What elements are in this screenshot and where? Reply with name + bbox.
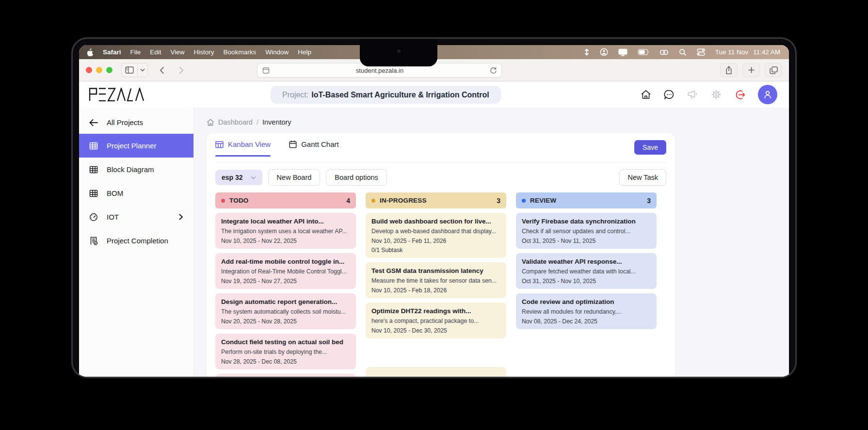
gauge-icon [89,213,98,222]
app-header: PEZALA Project: IoT-Based Smart Agric [79,81,789,108]
reload-icon[interactable] [490,67,497,74]
display-icon[interactable] [618,48,627,56]
column-header: REVIEW 3 [516,192,657,208]
zoom-window-button[interactable] [106,67,113,73]
link-icon[interactable] [659,49,669,56]
kanban-board: TODO 4 Integrate local weather API into.… [215,192,666,377]
new-tab-button[interactable] [742,63,760,77]
chat-icon[interactable] [664,90,675,100]
partial-task-card[interactable] [366,367,506,377]
home-icon[interactable] [641,90,651,99]
logout-icon[interactable] [734,90,745,100]
sidebar-item-label: BOM [107,189,123,197]
chevron-right-icon [179,214,183,220]
back-arrow-icon [89,119,98,126]
sidebar-item-iot[interactable]: IOT [79,205,193,229]
control-center-icon[interactable] [697,48,705,56]
menubar-app-name[interactable]: Safari [103,48,121,56]
column-header: IN-PROGRESS 3 [366,192,506,208]
sidebar-toggle-button[interactable] [121,63,137,77]
tab-overview-button[interactable] [765,63,782,77]
task-card[interactable]: Design automatic report generation... Th… [215,293,356,329]
avatar[interactable] [758,85,777,104]
new-board-button[interactable]: New Board [268,169,321,186]
menu-history[interactable]: History [194,48,214,56]
project-name: IoT-Based Smart Agriculture & Irrigation… [311,91,489,99]
status-dot [221,199,225,203]
settings-gear-icon[interactable] [711,89,722,100]
tab-label: Gantt Chart [301,140,339,148]
breadcrumb-dashboard[interactable]: Dashboard [218,118,253,126]
updown-arrows-icon[interactable] [584,48,590,56]
task-card[interactable]: Add real-time mobile control toggle in..… [215,253,356,289]
task-subtask-count: 0/1 Subtask [371,247,500,254]
task-title: Validate weather API response... [522,257,651,266]
task-dates: Nov 10, 2025 - Feb 11, 2026 [371,238,500,244]
new-task-button[interactable]: New Task [619,169,666,186]
spotlight-search-icon[interactable] [679,48,687,56]
menu-file[interactable]: File [130,48,141,56]
app-sidebar: All Projects Project Planner [79,108,194,377]
task-card[interactable]: Test GSM data transmission latency Measu… [366,262,506,298]
task-card[interactable]: Integrate local weather API into... The … [215,213,356,249]
share-button[interactable] [720,63,738,77]
task-card[interactable]: Conduct field testing on actual soil bed… [215,334,356,369]
close-window-button[interactable] [86,67,92,73]
task-title: Optimize DHT22 readings with... [371,307,500,315]
task-title: Test GSM data transmission latency [371,267,500,275]
menubar-clock[interactable]: Tue 11 Nov 11:42 AM [715,48,780,56]
status-dot [371,199,375,203]
sidebar-chevron-button[interactable] [137,63,148,77]
sidebar-item-label: IOT [107,213,119,221]
project-label: Project: [282,91,308,99]
task-dates: Nov 20, 2025 - Nov 28, 2025 [221,318,350,325]
back-button[interactable] [154,63,170,77]
task-description: Measure the time it takes for sensor dat… [371,277,500,285]
tab-gantt-chart[interactable]: Gantt Chart [289,140,339,156]
table-grid-icon [89,165,98,174]
task-card[interactable]: Verify Firebase data synchronization Che… [516,213,657,249]
task-card[interactable]: Validate weather API response... Compare… [516,253,657,289]
forward-button[interactable] [173,63,190,77]
pezala-logo[interactable]: PEZALA [89,88,148,101]
table-grid-icon [89,189,98,198]
task-card[interactable]: Build web dashboard section for live... … [366,213,506,258]
board-select-value: esp 32 [222,174,243,181]
save-button[interactable]: Save [634,140,666,155]
task-title: Integrate local weather API into... [221,217,350,225]
planner-panel: Kanban View Gantt Chart Save [207,133,675,377]
battery-icon[interactable] [638,49,649,55]
apple-menu-icon[interactable] [87,48,94,56]
menu-help[interactable]: Help [298,48,311,56]
sidebar-back-all-projects[interactable]: All Projects [79,111,193,134]
url-text: student.pezala.in [270,67,490,74]
partial-task-card[interactable] [215,374,356,377]
tab-label: Kanban View [228,140,271,148]
task-card[interactable]: Code review and optimization Review all … [516,293,657,329]
menu-bookmarks[interactable]: Bookmarks [224,48,257,56]
task-card[interactable]: Optimize DHT22 readings with... here's a… [366,303,506,338]
view-tabs: Kanban View Gantt Chart Save [215,140,666,163]
task-description: Develop a web-based dashboard that displ… [371,228,500,235]
sidebar-item-project-planner[interactable]: Project Planner [79,134,193,158]
user-status-icon[interactable] [600,48,608,56]
task-dates: Nov 19, 2025 - Nov 27, 2025 [221,278,350,285]
breadcrumb-home-icon[interactable] [207,119,214,126]
announcements-icon[interactable] [687,90,698,99]
desktop-background: Safari File Edit View History Bookmarks … [0,0,868,430]
task-dates: Nov 08, 2025 - Dec 24, 2025 [522,318,651,325]
sidebar-item-project-completion[interactable]: Project Completion [79,229,193,253]
menu-window[interactable]: Window [265,48,289,56]
menu-edit[interactable]: Edit [150,48,161,56]
sidebar-item-block-diagram[interactable]: Block Diagram [79,158,193,181]
column-count: 4 [346,197,350,205]
minimize-window-button[interactable] [96,67,102,73]
sidebar-item-bom[interactable]: BOM [79,181,193,205]
board-select[interactable]: esp 32 [215,170,262,185]
tab-kanban-view[interactable]: Kanban View [215,140,271,156]
board-options-button[interactable]: Board options [326,169,386,186]
task-dates: Nov 28, 2025 - Dec 08, 2025 [221,358,350,365]
menu-view[interactable]: View [171,48,185,56]
task-dates: Oct 31, 2025 - Nov 11, 2025 [522,238,651,244]
breadcrumb-current: Inventory [262,118,291,126]
